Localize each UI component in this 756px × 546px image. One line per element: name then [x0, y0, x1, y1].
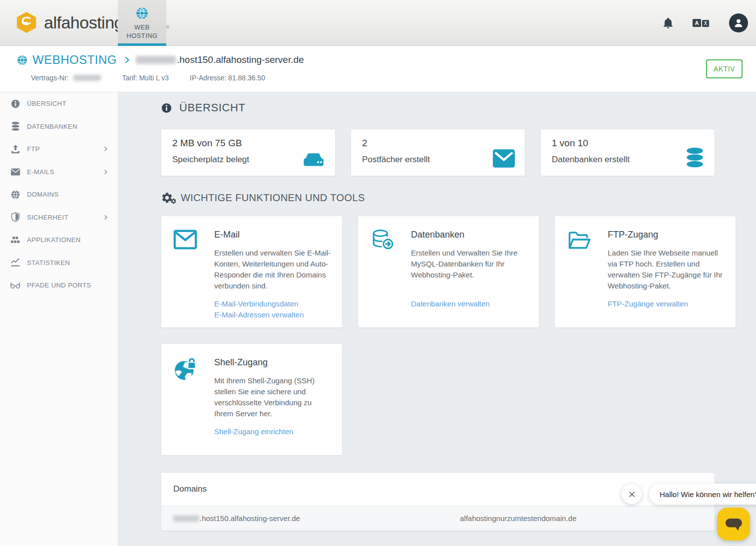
tool-title: E-Mail [214, 230, 332, 240]
tool-description: Erstellen und Verwalten Sie Ihre MySQL-D… [411, 248, 529, 291]
stat-label: Datenbanken erstellt [552, 155, 704, 165]
bell-icon[interactable] [662, 16, 674, 29]
sidebar-item-label: DOMAINS [27, 191, 58, 198]
stat-value: 2 MB von 75 GB [172, 138, 324, 149]
sidebar-item-datenbanken[interactable]: DATENBANKEN [0, 115, 118, 138]
link-datenbanken-verwalten[interactable]: Datenbanken verwalten [411, 298, 529, 309]
contract-hostname: .host150.alfahosting-server.de [177, 54, 304, 65]
link-shell-zugang-einrichten[interactable]: Shell-Zugang einrichten [214, 426, 332, 437]
sidebar-item-domains[interactable]: DOMAINS [0, 183, 118, 206]
tool-title: Datenbanken [411, 230, 529, 240]
sidebar-item-label: SICHERHEIT [27, 214, 68, 221]
ip-address-value: IP-Adresse: 81.88.36.50 [190, 74, 265, 82]
tool-card-email: E-Mail Erstellen und verwalten Sie E-Mai… [161, 216, 343, 328]
envelope-icon [10, 168, 20, 176]
chat-greeting-bubble[interactable]: Hallo! Wie können wir helfen? [649, 484, 756, 505]
tab-webhosting[interactable]: WEB HOSTING [118, 0, 166, 46]
top-bar: alfahosting powered by dogado WEB HOSTIN… [0, 0, 756, 46]
overview-stats: 2 MB von 75 GB Speicherplatz belegt 2 Po… [161, 129, 715, 176]
tariff-value: Tarif: Multi L v3 [122, 74, 169, 82]
contract-meta: Vertrags-Nr: Tarif: Multi L v3 IP-Adress… [31, 74, 265, 82]
domain-list-item[interactable]: .host150.alfahosting-server.de alfahosti… [161, 506, 715, 531]
stat-card-storage: 2 MB von 75 GB Speicherplatz belegt [161, 129, 336, 176]
tools-heading: WICHTIGE FUNKTIONEN UND TOOLS [161, 191, 365, 204]
stat-value: 1 von 10 [552, 138, 704, 149]
database-icon [685, 147, 705, 168]
redacted-domain-prefix [173, 516, 199, 522]
translate-icon[interactable]: A [693, 19, 709, 27]
domain-name: alfahostingnurzumtestendomain.de [460, 514, 576, 523]
sidebar-item-pfade-und-ports[interactable]: PFADE UND PORTS [0, 274, 118, 297]
chat-close-button[interactable] [622, 484, 642, 504]
database-arrow-icon [370, 229, 394, 327]
sidebar-item-ftp[interactable]: FTP [0, 138, 118, 161]
sidebar-item-uebersicht[interactable]: ÜBERSICHT [0, 92, 118, 115]
brand-name: alfahosting [44, 13, 123, 32]
folder-open-icon [567, 229, 591, 327]
close-icon [628, 490, 636, 499]
sidebar-item-applikationen[interactable]: APPLIKATIONEN [0, 229, 118, 252]
shield-icon [10, 212, 20, 222]
tool-title: Shell-Zugang [214, 357, 332, 368]
globe-lock-icon [173, 357, 197, 455]
status-badge: AKTIV [706, 59, 743, 78]
glasses-icon [10, 281, 20, 289]
tab-label-line1: WEB [134, 23, 150, 31]
stat-card-databases: 1 von 10 Datenbanken erstellt [540, 129, 715, 176]
globe-icon [10, 190, 20, 200]
chevron-right-icon [123, 56, 131, 64]
link-ftp-zugaenge-verwalten[interactable]: FTP-Zugänge verwalten [608, 298, 726, 309]
tool-description: Mit Ihrem Shell-Zugang (SSH) stellen Sie… [214, 375, 332, 419]
chevron-right-icon [102, 146, 109, 152]
chevron-right-icon [102, 214, 109, 221]
tool-description: Laden Sie Ihre Webseite manuell via FTP … [608, 248, 726, 291]
breadcrumb-webhosting[interactable]: WEBHOSTING [32, 53, 117, 67]
stat-value: 2 [362, 138, 514, 149]
tools-grid: E-Mail Erstellen und verwalten Sie E-Mai… [161, 216, 715, 456]
tool-card-shell: Shell-Zugang Mit Ihrem Shell-Zugang (SSH… [161, 343, 343, 456]
tool-title: FTP-Zugang [608, 230, 726, 240]
globe-icon [135, 6, 149, 20]
sidebar-item-sicherheit[interactable]: SICHERHEIT [0, 206, 118, 229]
user-avatar-icon[interactable] [729, 13, 748, 32]
chat-bubble-icon [725, 516, 743, 532]
chart-icon [10, 258, 20, 268]
sidebar-item-label: FTP [27, 145, 40, 153]
sidebar-item-emails[interactable]: E-MAILS [0, 161, 118, 184]
stat-card-mailboxes: 2 Postfächer erstellt [351, 129, 525, 176]
sidebar-item-label: E-MAILS [27, 168, 54, 176]
domain-name: .host150.alfahosting-server.de [200, 514, 300, 523]
chat-greeting-text: Hallo! Wie können wir helfen? [660, 490, 756, 499]
translate-script-glyph [702, 20, 709, 27]
sidebar-item-statistiken[interactable]: STATISTIKEN [0, 252, 118, 274]
apps-icon [10, 235, 20, 245]
link-email-adressen-verwalten[interactable]: E-Mail-Adressen verwalten [214, 309, 332, 320]
link-email-verbindungsdaten[interactable]: E-Mail-Verbindungsdaten [214, 298, 332, 309]
sidebar-item-label: ÜBERSICHT [27, 100, 66, 107]
envelope-outline-icon [173, 229, 197, 327]
sidebar-nav: ÜBERSICHT DATENBANKEN FTP E-MAILS [0, 92, 118, 546]
harddrive-icon [302, 151, 325, 168]
contract-number-label: Vertrags-Nr: [31, 74, 68, 82]
sidebar-item-label: STATISTIKEN [27, 259, 70, 267]
info-icon [161, 102, 172, 114]
stat-label: Speicherplatz belegt [172, 155, 324, 165]
database-icon [10, 121, 20, 131]
sidebar-item-label: DATENBANKEN [27, 123, 77, 130]
page-heading: ÜBERSICHT [161, 101, 246, 114]
sidebar-item-label: PFADE UND PORTS [27, 281, 91, 289]
alfahosting-logo-icon [15, 11, 38, 34]
chat-launcher-button[interactable] [717, 508, 750, 541]
tool-card-datenbanken: Datenbanken Erstellen und Verwalten Sie … [358, 216, 539, 328]
globe-icon [16, 54, 28, 66]
redacted-host-prefix [136, 56, 176, 64]
upload-icon [10, 144, 20, 154]
page-title: ÜBERSICHT [179, 101, 246, 114]
translate-a-glyph: A [693, 19, 701, 27]
stat-label: Postfächer erstellt [362, 155, 514, 165]
gears-icon [161, 191, 176, 204]
mail-icon [493, 149, 515, 168]
tool-description: Erstellen und verwalten Sie E-Mail-Konte… [214, 248, 332, 291]
topbar-actions: A [662, 0, 756, 46]
tool-card-ftp: FTP-Zugang Laden Sie Ihre Webseite manue… [554, 216, 736, 328]
